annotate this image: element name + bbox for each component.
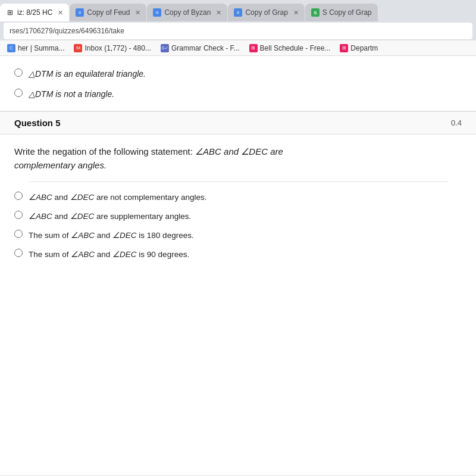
radio-a[interactable] bbox=[14, 192, 23, 200]
bookmark-grammar-label: Grammar Check - F... bbox=[171, 44, 240, 52]
main-content: △DTM is an equilateral triangle. △DTM is… bbox=[0, 56, 476, 475]
tab-quiz-close[interactable]: ✕ bbox=[58, 9, 63, 17]
question-5-body: Write the negation of the following stat… bbox=[0, 134, 476, 274]
radio-c[interactable] bbox=[14, 230, 23, 238]
prev-option-not-triangle-text: △DTM is not a triangle. bbox=[29, 89, 114, 99]
bookmark-inbox-label: Inbox (1,772) - 480... bbox=[84, 44, 151, 52]
prev-option-equilateral-text: △DTM is an equilateral triangle. bbox=[29, 69, 146, 79]
tab-byzan-close[interactable]: ✕ bbox=[216, 9, 221, 17]
feud-tab-icon: ≡ bbox=[76, 8, 84, 17]
bookmark-dept-icon: ⊞ bbox=[340, 44, 348, 52]
answer-c[interactable]: The sum of ∠ABC and ∠DEC is 180 degrees. bbox=[14, 225, 462, 244]
quiz-tab-icon: ⊞ bbox=[6, 8, 14, 17]
sgrap-tab-icon: S bbox=[311, 8, 320, 17]
answer-a-text: ∠ABC and ∠DEC are not complementary angl… bbox=[29, 192, 206, 202]
tab-byzan[interactable]: ≡ Copy of Byzan ✕ bbox=[147, 4, 227, 21]
answers-list: ∠ABC and ∠DEC are not complementary angl… bbox=[14, 182, 462, 268]
tab-grap-close[interactable]: ✕ bbox=[293, 9, 299, 17]
prev-option-equilateral[interactable]: △DTM is an equilateral triangle. bbox=[14, 63, 462, 83]
byzan-tab-icon: ≡ bbox=[153, 8, 161, 17]
prev-option-not-triangle[interactable]: △DTM is not a triangle. bbox=[14, 83, 462, 104]
tab-bar: ⊞ iz: 8/25 HC ✕ ≡ Copy of Feud ✕ ≡ Copy … bbox=[0, 0, 476, 21]
bookmark-bell[interactable]: ⊞ Bell Schedule - Free... bbox=[247, 43, 333, 53]
bookmark-summa-label: her | Summa... bbox=[18, 44, 64, 52]
prompt-suffix: complementary angles. bbox=[14, 160, 107, 170]
prompt-prefix: Write the negation of the following stat… bbox=[14, 146, 195, 156]
answer-b[interactable]: ∠ABC and ∠DEC are supplementary angles. bbox=[14, 206, 462, 225]
tab-sgrap[interactable]: S S Copy of Grap bbox=[305, 4, 378, 21]
bookmark-grammar-icon: G✓ bbox=[161, 44, 169, 52]
previous-answer-section: △DTM is an equilateral triangle. △DTM is… bbox=[0, 56, 476, 111]
tab-quiz-label: iz: 8/25 HC bbox=[17, 8, 52, 17]
url-text: rses/1706279/quizzes/6496316/take bbox=[10, 27, 124, 35]
question-5-prompt: Write the negation of the following stat… bbox=[14, 145, 462, 172]
bookmark-dept[interactable]: ⊞ Departm bbox=[337, 43, 380, 53]
prompt-math: ∠ABC and ∠DEC are bbox=[195, 146, 283, 156]
bookmarks-bar: C her | Summa... M Inbox (1,772) - 480..… bbox=[0, 40, 476, 56]
bookmark-summa[interactable]: C her | Summa... bbox=[5, 43, 67, 53]
radio-equilateral[interactable] bbox=[14, 68, 23, 77]
question-5-header: Question 5 0.4 bbox=[0, 111, 476, 134]
grap-tab-icon: ≡ bbox=[234, 8, 242, 17]
answer-b-text: ∠ABC and ∠DEC are supplementary angles. bbox=[29, 211, 191, 221]
question-5-title: Question 5 bbox=[14, 118, 61, 128]
bookmark-inbox[interactable]: M Inbox (1,772) - 480... bbox=[71, 43, 153, 53]
bookmark-bell-label: Bell Schedule - Free... bbox=[260, 44, 331, 52]
tab-grap-label: Copy of Grap bbox=[245, 8, 287, 17]
tab-quiz[interactable]: ⊞ iz: 8/25 HC ✕ bbox=[0, 4, 69, 21]
tab-feud-close[interactable]: ✕ bbox=[135, 9, 140, 17]
tab-feud-label: Copy of Feud bbox=[87, 8, 130, 17]
bookmark-inbox-icon: M bbox=[74, 44, 82, 52]
bookmark-summa-icon: C bbox=[7, 44, 15, 52]
answer-c-text: The sum of ∠ABC and ∠DEC is 180 degrees. bbox=[29, 230, 194, 240]
browser-chrome: ⊞ iz: 8/25 HC ✕ ≡ Copy of Feud ✕ ≡ Copy … bbox=[0, 0, 476, 56]
answer-d[interactable]: The sum of ∠ABC and ∠DEC is 90 degrees. bbox=[14, 244, 462, 263]
radio-not-triangle[interactable] bbox=[14, 89, 23, 97]
tab-grap[interactable]: ≡ Copy of Grap ✕ bbox=[228, 4, 304, 21]
tab-sgrap-label: S Copy of Grap bbox=[322, 8, 372, 17]
tab-feud[interactable]: ≡ Copy of Feud ✕ bbox=[70, 4, 146, 21]
address-bar[interactable]: rses/1706279/quizzes/6496316/take bbox=[4, 23, 472, 39]
question-5-points: 0.4 bbox=[451, 118, 462, 127]
bookmark-grammar[interactable]: G✓ Grammar Check - F... bbox=[158, 43, 242, 53]
tab-byzan-label: Copy of Byzan bbox=[164, 8, 211, 17]
radio-b[interactable] bbox=[14, 211, 23, 219]
answer-a[interactable]: ∠ABC and ∠DEC are not complementary angl… bbox=[14, 187, 462, 206]
bookmark-bell-icon: ⊞ bbox=[249, 44, 258, 52]
answer-d-text: The sum of ∠ABC and ∠DEC is 90 degrees. bbox=[29, 249, 189, 259]
radio-d[interactable] bbox=[14, 249, 23, 257]
bookmark-dept-label: Departm bbox=[350, 44, 378, 52]
